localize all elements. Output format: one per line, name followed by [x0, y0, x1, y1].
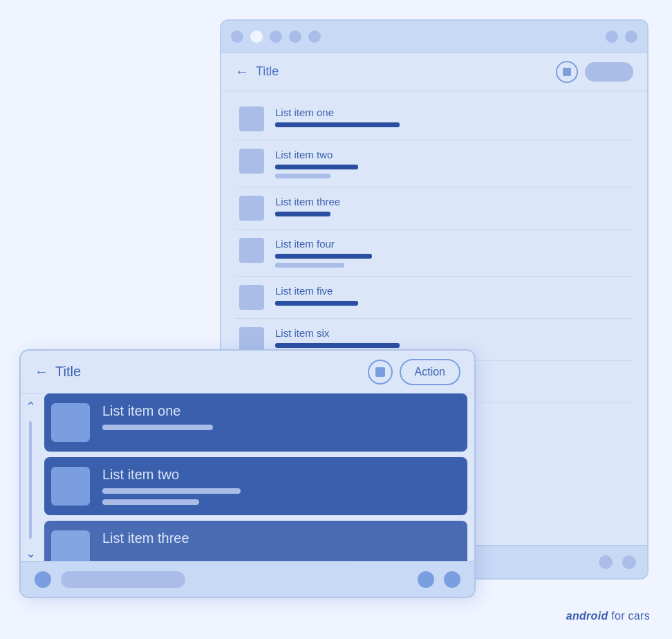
list-item-bar-secondary [275, 174, 330, 178]
list-item-title: List item five [275, 285, 358, 297]
front-window-list: List item one List item two List item th… [40, 393, 474, 561]
list-item-title: List item four [275, 238, 372, 250]
list-item[interactable]: List item four [235, 230, 633, 277]
list-item[interactable]: List item three [235, 187, 633, 230]
bottom-nav-pill[interactable] [61, 571, 185, 588]
list-item-thumb [239, 285, 264, 310]
title-bar-dot-3 [270, 30, 282, 43]
bottom-bar-dot-2 [622, 555, 636, 569]
chevron-down-icon[interactable]: ⌄ [26, 546, 36, 561]
list-item-thumb [239, 238, 264, 263]
title-bar-dot-white [250, 30, 263, 43]
scroll-track [29, 421, 32, 539]
list-item-content: List item one [275, 106, 400, 127]
front-list-item-content: List item two [102, 467, 241, 505]
front-list-item[interactable]: List item three [44, 521, 467, 561]
action-button[interactable]: Action [400, 359, 460, 385]
list-item-bar-primary [275, 254, 372, 259]
list-item-content: List item four [275, 238, 372, 268]
brand-suffix: for cars [608, 610, 651, 622]
bottom-bar-left [35, 571, 185, 588]
list-item-bar-primary [275, 343, 400, 348]
list-item-content: List item six [275, 327, 400, 348]
list-item[interactable]: List item five [235, 277, 633, 319]
square-icon [563, 68, 571, 76]
list-item-bar-primary [275, 301, 358, 306]
bottom-bar-right [418, 571, 460, 588]
back-window-title-bar [221, 21, 647, 53]
front-list-item-thumb [51, 467, 90, 506]
pill-button[interactable] [585, 62, 633, 82]
bottom-right-dot-2[interactable] [444, 571, 460, 588]
list-item[interactable]: List item one [235, 98, 633, 140]
scroll-indicator: ⌃ ⌄ [21, 393, 40, 561]
back-arrow-icon[interactable]: ← [235, 64, 249, 80]
brand-android: android [566, 610, 608, 622]
list-item-thumb [239, 196, 264, 221]
title-bar-dot-4 [289, 30, 301, 43]
front-list-item-thumb [51, 530, 90, 561]
list-item-bar-primary [275, 165, 358, 169]
front-icon-button[interactable] [368, 360, 393, 385]
front-list-item-bar [102, 425, 213, 430]
back-window-title: Title [256, 64, 549, 79]
list-item-thumb [239, 149, 264, 174]
title-bar-right-dot-1 [606, 30, 618, 43]
front-window-title: Title [55, 364, 361, 380]
title-bar-dot-5 [308, 30, 321, 43]
list-item-title: List item two [275, 149, 358, 160]
list-item-thumb [239, 106, 264, 131]
list-item-thumb [239, 327, 264, 352]
front-list-item-bar-primary [102, 488, 241, 494]
list-item-bar-primary [275, 212, 330, 216]
front-list-item-title: List item two [102, 467, 241, 483]
list-item-bar-secondary [275, 263, 344, 268]
list-item-content: List item three [275, 196, 340, 216]
front-list-item-bar-secondary [102, 499, 199, 505]
front-scroll-area: ⌃ ⌄ List item one List item two [21, 393, 474, 561]
list-item-title: List item one [275, 106, 400, 118]
front-list-item-content: List item three [102, 530, 189, 546]
front-list-item[interactable]: List item two [44, 457, 467, 515]
bottom-nav-dot[interactable] [35, 571, 51, 588]
title-bar-right-dot-2 [625, 30, 637, 43]
icon-button-square[interactable] [556, 61, 578, 83]
title-bar-dot-1 [231, 30, 243, 43]
bottom-bar-dot-1 [599, 555, 613, 569]
back-window-app-bar: ← Title [221, 53, 647, 91]
front-list-item-thumb [51, 403, 90, 442]
front-window: ← Title Action ⌃ ⌄ List item one [19, 349, 476, 598]
list-item-title: List item three [275, 196, 340, 207]
front-window-app-bar: ← Title Action [21, 351, 474, 393]
front-window-bottom-bar [21, 561, 474, 597]
list-item-content: List item two [275, 149, 358, 178]
list-item-content: List item five [275, 285, 358, 306]
front-list-item-title: List item one [102, 403, 213, 419]
chevron-up-icon[interactable]: ⌃ [26, 399, 36, 414]
front-list-item-title: List item three [102, 530, 189, 546]
front-back-arrow-icon[interactable]: ← [35, 364, 48, 380]
front-list-item-content: List item one [102, 403, 213, 430]
bottom-right-dot-1[interactable] [418, 571, 434, 588]
list-item[interactable]: List item two [235, 140, 633, 187]
list-item-bar-primary [275, 122, 400, 127]
list-item-title: List item six [275, 327, 400, 339]
front-list-item[interactable]: List item one [44, 393, 467, 452]
brand-label: android for cars [566, 610, 650, 622]
stop-icon [375, 367, 385, 377]
